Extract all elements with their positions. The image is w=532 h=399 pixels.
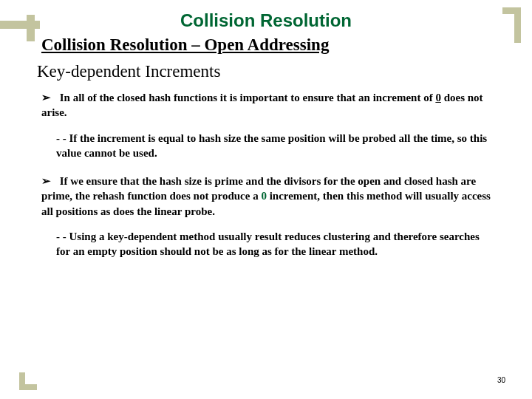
slide-content: ➢ In all of the closed hash functions it…: [41, 90, 502, 259]
sub-item: - - If the increment is equal to hash si…: [56, 131, 495, 161]
bullet-marker-icon: ➢: [41, 90, 51, 105]
sub-item: - - Using a key-dependent method usually…: [56, 229, 495, 259]
section-heading: Key-dependent Increments: [37, 62, 532, 81]
bullet-text-pre: In all of the closed hash functions it i…: [60, 92, 436, 103]
bullet-marker-icon: ➢: [41, 174, 51, 188]
bullet-item: ➢ If we ensure that the hash size is pri…: [41, 174, 502, 219]
slide-title: Collision Resolution: [0, 0, 532, 31]
slide-subtitle: Collision Resolution – Open Addressing: [41, 35, 532, 55]
page-number: 30: [497, 376, 505, 384]
highlight-green-zero: 0: [261, 190, 267, 202]
highlight-zero: 0: [435, 92, 441, 103]
bullet-item: ➢ In all of the closed hash functions it…: [41, 90, 502, 120]
